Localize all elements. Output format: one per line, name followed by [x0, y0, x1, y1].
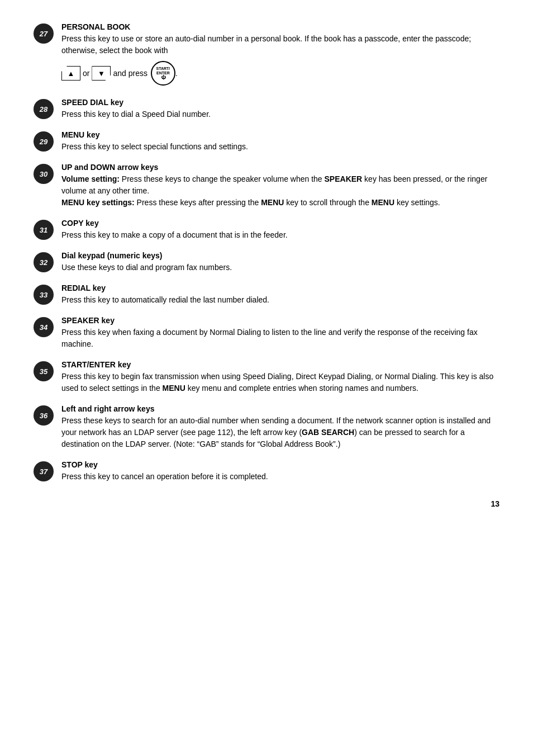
content-35: START/ENTER key Press this key to begin … [61, 360, 499, 394]
title-35: START/ENTER key [61, 360, 499, 369]
item-37: 37 STOP key Press this key to cancel an … [34, 460, 499, 483]
desc-27-before: Press this key to use or store an auto-d… [61, 34, 471, 55]
badge-28: 28 [34, 99, 54, 119]
volume-setting-label: Volume setting: [61, 174, 120, 183]
menu-bold: MENU [261, 198, 284, 207]
badge-34: 34 [34, 317, 54, 337]
title-37: STOP key [61, 460, 499, 469]
desc-36: Press these keys to search for an auto-d… [61, 416, 491, 448]
content-32: Dial keypad (numeric keys) Use these key… [61, 251, 499, 273]
badge-27: 27 [34, 23, 54, 44]
menu-settings-desc: Press these keys after pressing the [135, 198, 261, 207]
badge-29: 29 [34, 131, 54, 152]
desc-29: Press this key to select special functio… [61, 142, 248, 151]
badge-31: 31 [34, 220, 54, 240]
desc-35: Press this key to begin fax transmission… [61, 372, 493, 393]
start-enter-icon: ⏻ [161, 75, 165, 80]
title-27: PERSONAL BOOK [61, 22, 499, 31]
arrow-row-27: ▲ or ▼ and press START/ ENTER ⏻ . [61, 61, 499, 86]
title-36: Left and right arrow keys [61, 404, 499, 413]
title-29: MENU key [61, 130, 499, 139]
item-29: 29 MENU key Press this key to select spe… [34, 130, 499, 153]
start-enter-btn-27: START/ ENTER ⏻ [151, 61, 175, 86]
gab-search-bold: GAB SEARCH [302, 428, 354, 437]
desc-28: Press this key to dial a Speed Dial numb… [61, 110, 211, 119]
title-30: UP and DOWN arrow keys [61, 163, 499, 172]
content-28: SPEED DIAL key Press this key to dial a … [61, 98, 499, 120]
content-31: COPY key Press this key to make a copy o… [61, 219, 499, 241]
volume-setting-desc: Press these keys to change the speaker v… [120, 174, 325, 183]
item-27: 27 PERSONAL BOOK Press this key to use o… [34, 22, 499, 88]
item-34: 34 SPEAKER key Press this key when faxin… [34, 316, 499, 350]
content-27: PERSONAL BOOK Press this key to use or s… [61, 22, 499, 88]
up-arrow-icon: ▲ [61, 66, 80, 81]
title-32: Dial keypad (numeric keys) [61, 251, 499, 260]
badge-32: 32 [34, 252, 54, 272]
period-label: . [175, 69, 178, 78]
item-31: 31 COPY key Press this key to make a cop… [34, 219, 499, 241]
menu-settings-end: key to scroll through the [284, 198, 371, 207]
item-28: 28 SPEED DIAL key Press this key to dial… [34, 98, 499, 120]
page-number: 13 [34, 499, 499, 508]
desc-32: Use these keys to dial and program fax n… [61, 263, 232, 272]
speaker-bold: SPEAKER [325, 174, 363, 183]
item-35: 35 START/ENTER key Press this key to beg… [34, 360, 499, 394]
item-32: 32 Dial keypad (numeric keys) Use these … [34, 251, 499, 273]
content-34: SPEAKER key Press this key when faxing a… [61, 316, 499, 350]
badge-37: 37 [34, 461, 54, 481]
badge-35: 35 [34, 361, 54, 381]
title-34: SPEAKER key [61, 316, 499, 325]
title-28: SPEED DIAL key [61, 98, 499, 107]
and-press-label: and press [113, 69, 147, 78]
content-29: MENU key Press this key to select specia… [61, 130, 499, 153]
desc-30: Volume setting: Press these keys to chan… [61, 173, 499, 209]
or-label: or [83, 69, 89, 78]
menu-bold-35: MENU [163, 384, 185, 393]
title-31: COPY key [61, 219, 499, 228]
start-enter-top: START/ [156, 67, 170, 71]
title-33: REDIAL key [61, 284, 499, 292]
menu-bold2: MENU [372, 198, 394, 207]
item-30: 30 UP and DOWN arrow keys Volume setting… [34, 163, 499, 209]
content-37: STOP key Press this key to cancel an ope… [61, 460, 499, 483]
item-33: 33 REDIAL key Press this key to automati… [34, 284, 499, 306]
badge-33: 33 [34, 285, 54, 305]
menu-settings-end2: key settings. [394, 198, 440, 207]
badge-30: 30 [34, 164, 54, 184]
desc-34: Press this key when faxing a document by… [61, 328, 478, 348]
content-33: REDIAL key Press this key to automatical… [61, 284, 499, 306]
item-36: 36 Left and right arrow keys Press these… [34, 404, 499, 450]
desc-33: Press this key to automatically redial t… [61, 295, 269, 304]
down-arrow-icon: ▼ [92, 66, 111, 81]
desc-37: Press this key to cancel an operation be… [61, 472, 268, 481]
content-30: UP and DOWN arrow keys Volume setting: P… [61, 163, 499, 209]
menu-settings-label: MENU key settings: [61, 198, 135, 207]
content-36: Left and right arrow keys Press these ke… [61, 404, 499, 450]
badge-36: 36 [34, 405, 54, 426]
desc-31: Press this key to make a copy of a docum… [61, 230, 288, 239]
